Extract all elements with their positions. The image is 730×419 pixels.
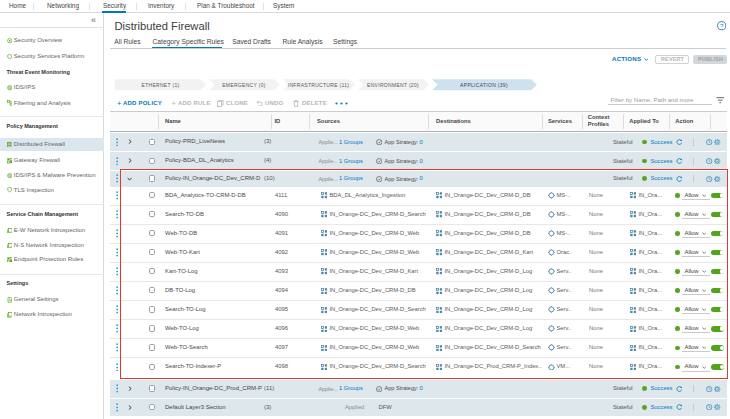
svg-text:?: ? (720, 22, 724, 29)
svg-text:EMERGENCY (0): EMERGENCY (0) (222, 81, 266, 87)
svg-text:ETHERNET (1): ETHERNET (1) (142, 81, 180, 87)
svg-text:APPLICATION (39): APPLICATION (39) (460, 81, 508, 87)
svg-text:ENVIRONMENT (20): ENVIRONMENT (20) (367, 81, 419, 87)
svg-text:INFRASTRUCTURE (11): INFRASTRUCTURE (11) (288, 81, 349, 87)
